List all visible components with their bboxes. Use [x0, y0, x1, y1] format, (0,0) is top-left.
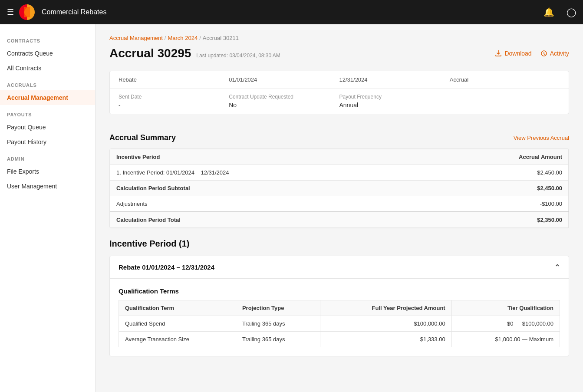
chevron-up-icon: ⌃: [554, 263, 560, 271]
app-title: Commercial Rebates: [42, 8, 106, 16]
profile-icon[interactable]: ◯: [567, 7, 576, 17]
detail-calc-type: Accrual: [450, 76, 560, 83]
row-subtotal-label: Calculation Period Subtotal: [110, 181, 427, 196]
sidebar-item-payout-queue[interactable]: Payout Queue: [0, 120, 95, 135]
col-tier-qualification: Tier Qualification: [451, 300, 560, 316]
breadcrumb-part2[interactable]: March 2024: [168, 35, 198, 41]
detail-sent-date: Sent Date -: [119, 94, 229, 109]
rebate-accordion: Rebate 01/01/2024 – 12/31/2024 ⌃ Qualifi…: [109, 256, 569, 356]
last-updated: Last updated: 03/04/2024, 08:30 AM: [196, 53, 280, 59]
hamburger-icon[interactable]: ☰: [7, 7, 14, 17]
row-adjustments-amount: -$100.00: [427, 196, 568, 212]
incentive-period-section: Incentive Period (1) Rebate 01/01/2024 –…: [109, 239, 569, 356]
accrual-summary-header: Accrual Summary View Previous Accrual: [109, 125, 569, 148]
breadcrumb-part3: Accrual 30211: [203, 35, 239, 41]
col-projection-type: Projection Type: [236, 300, 320, 316]
accrual-summary-title: Accrual Summary: [109, 133, 176, 142]
qual-amount-2: $1,333.00: [320, 332, 451, 347]
qual-term-2: Average Transaction Size: [119, 332, 236, 347]
sidebar-label-admin: ADMIN: [0, 149, 95, 164]
sidebar: CONTRACTS Contracts Queue All Contracts …: [0, 24, 96, 392]
qual-row-1: Qualified Spend Trailing 365 days $100,0…: [119, 316, 560, 332]
header-actions: Download Activity: [495, 50, 569, 57]
rebate-header-label: Rebate 01/01/2024 – 12/31/2024: [119, 264, 214, 271]
col-incentive-period: Incentive Period: [110, 149, 427, 165]
detail-contract-update: Contract Update Requested No: [229, 94, 339, 109]
main-content: Accrual Management / March 2024 / Accrua…: [96, 24, 583, 392]
qual-projection-2: Trailing 365 days: [236, 332, 320, 347]
sidebar-item-file-exports[interactable]: File Exports: [0, 164, 95, 179]
detail-type: Rebate: [119, 76, 229, 83]
download-button[interactable]: Download: [495, 50, 531, 57]
row-amount: $2,450.00: [427, 165, 568, 181]
table-row-total: Calculation Period Total $2,350.00: [110, 212, 569, 228]
breadcrumb: Accrual Management / March 2024 / Accrua…: [109, 35, 569, 41]
row-total-amount: $2,350.00: [427, 212, 568, 228]
qual-tier-2: $1,000.00 — Maximum: [451, 332, 560, 347]
sidebar-item-payout-history[interactable]: Payout History: [0, 135, 95, 149]
sidebar-item-all-contracts[interactable]: All Contracts: [0, 61, 95, 76]
incentive-period-title: Incentive Period (1): [109, 239, 569, 249]
row-total-label: Calculation Period Total: [110, 212, 427, 228]
row-adjustments-label: Adjustments: [110, 196, 427, 212]
qual-amount-1: $100,000.00: [320, 316, 451, 332]
accrual-summary-table: Incentive Period Accrual Amount 1. Incen…: [110, 149, 569, 228]
layout: CONTRACTS Contracts Queue All Contracts …: [0, 24, 583, 392]
row-period: 1. Incentive Period: 01/01/2024 – 12/31/…: [110, 165, 427, 181]
detail-start-date: 01/01/2024: [229, 76, 339, 83]
sidebar-label-contracts: CONTRACTS: [0, 31, 95, 46]
qual-term-1: Qualified Spend: [119, 316, 236, 332]
sidebar-label-accruals: ACCRUALS: [0, 76, 95, 90]
rebate-accordion-header[interactable]: Rebate 01/01/2024 – 12/31/2024 ⌃: [110, 256, 569, 279]
col-full-year-amount: Full Year Projected Amount: [320, 300, 451, 316]
download-icon: [495, 50, 502, 57]
col-qualification-term: Qualification Term: [119, 300, 236, 316]
table-row-subtotal: Calculation Period Subtotal $2,450.00: [110, 181, 569, 196]
sidebar-item-user-management[interactable]: User Management: [0, 179, 95, 194]
qual-row-2: Average Transaction Size Trailing 365 da…: [119, 332, 560, 347]
page-title-group: Accrual 30295 Last updated: 03/04/2024, …: [109, 46, 280, 60]
breadcrumb-part1[interactable]: Accrual Management: [109, 35, 163, 41]
sidebar-item-contracts-queue[interactable]: Contracts Queue: [0, 46, 95, 61]
activity-button[interactable]: Activity: [540, 50, 569, 57]
rebate-accordion-body: Qualification Terms Qualification Term P…: [110, 279, 569, 356]
top-nav: ☰ Commercial Rebates 🔔 ◯: [0, 0, 583, 24]
row-subtotal-amount: $2,450.00: [427, 181, 568, 196]
page-title: Accrual 30295: [109, 46, 191, 60]
qual-tier-1: $0 — $100,000.00: [451, 316, 560, 332]
contract-details-card: Rebate 01/01/2024 12/31/2024 Accrual Sen…: [109, 71, 569, 114]
detail-payout-frequency: Payout Frequency Annual: [339, 94, 450, 109]
detail-empty: [450, 94, 560, 109]
notification-icon[interactable]: 🔔: [543, 7, 554, 17]
qual-terms-title: Qualification Terms: [119, 287, 560, 295]
page-header: Accrual 30295 Last updated: 03/04/2024, …: [109, 46, 569, 60]
qualification-terms-table: Qualification Term Projection Type Full …: [119, 300, 560, 347]
view-previous-accrual-link[interactable]: View Previous Accrual: [514, 135, 569, 141]
table-row-adjustments: Adjustments -$100.00: [110, 196, 569, 212]
detail-end-date: 12/31/2024: [339, 76, 450, 83]
accrual-summary-card: Incentive Period Accrual Amount 1. Incen…: [109, 148, 569, 228]
col-accrual-amount: Accrual Amount: [427, 149, 568, 165]
sidebar-label-payouts: PAYOUTS: [0, 105, 95, 120]
sidebar-item-accrual-management[interactable]: Accrual Management: [0, 90, 95, 105]
table-row: 1. Incentive Period: 01/01/2024 – 12/31/…: [110, 165, 569, 181]
qual-projection-1: Trailing 365 days: [236, 316, 320, 332]
activity-icon: [540, 50, 547, 57]
mastercard-logo: [19, 4, 35, 20]
